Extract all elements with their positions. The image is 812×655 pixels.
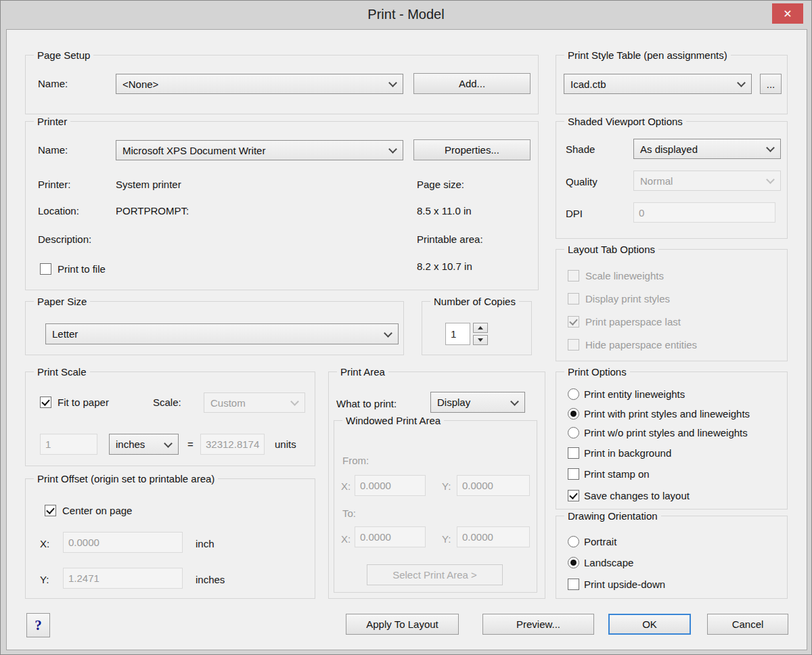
quality-select: Normal (633, 171, 781, 191)
to-label: To: (342, 507, 356, 520)
from-y-input: 0.0000 (457, 475, 530, 496)
paper-size-select[interactable]: Letter (45, 323, 399, 344)
print-style-table-select[interactable]: Icad.ctb (564, 74, 752, 94)
portrait-label: Portrait (584, 535, 616, 549)
group-paper-size-legend: Paper Size (34, 295, 90, 309)
scale-label: Scale: (153, 396, 181, 409)
chevron-down-icon (738, 80, 745, 87)
shade-select[interactable]: As displayed (633, 139, 781, 159)
what-to-print-value: Display (437, 397, 470, 408)
group-print-options-legend: Print Options (564, 365, 630, 379)
shade-value: As displayed (640, 143, 698, 155)
group-page-setup-legend: Page Setup (34, 49, 93, 62)
add-page-setup-button[interactable]: Add... (413, 73, 531, 94)
print-entity-lineweights-label: Print entity lineweights (584, 388, 685, 401)
from-x-input: 0.0000 (355, 475, 426, 496)
page-setup-name-value: <None> (122, 78, 158, 90)
page-size-value: 8.5 x 11.0 in (417, 204, 472, 218)
printable-area-label: Printable area: (417, 233, 483, 246)
titlebar: Print - Model (1, 1, 811, 29)
what-to-print-select[interactable]: Display (430, 392, 525, 413)
print-entity-lineweights-radio[interactable] (568, 388, 579, 400)
group-printer-legend: Printer (34, 115, 70, 129)
equals-sign: = (187, 438, 194, 451)
fit-to-paper-checkbox[interactable] (40, 397, 51, 408)
what-to-print-label: What to print: (336, 397, 397, 411)
select-print-area-button: Select Print Area > (367, 564, 503, 585)
chevron-down-icon (291, 399, 298, 406)
page-setup-name-select[interactable]: <None> (116, 74, 403, 94)
offset-y-label: Y: (40, 573, 49, 587)
print-style-table-value: Icad.ctb (570, 78, 606, 90)
portrait-radio[interactable] (568, 536, 579, 547)
spin-down-icon (478, 338, 483, 342)
preview-button[interactable]: Preview... (482, 614, 594, 635)
printer-row-label: Printer: (38, 178, 70, 191)
print-without-styles-radio[interactable] (568, 427, 579, 438)
group-print-offset-legend: Print Offset (origin set to printable ar… (34, 472, 218, 486)
print-with-styles-radio[interactable] (568, 408, 579, 420)
print-without-styles-label: Print w/o print styles and lineweights (584, 426, 748, 440)
group-layout-tab-options-legend: Layout Tab Options (564, 243, 658, 256)
dpi-label: DPI (566, 207, 583, 221)
offset-x-unit: inch (196, 537, 215, 551)
display-print-styles-checkbox (568, 293, 579, 304)
group-drawing-orientation-legend: Drawing Orientation (564, 510, 661, 523)
printer-name-select[interactable]: Microsoft XPS Document Writer (116, 140, 403, 160)
to-x-label: X: (341, 533, 351, 546)
printer-row-value: System printer (116, 178, 181, 191)
offset-x-label: X: (40, 537, 49, 551)
group-print-style-table-legend: Print Style Table (pen assignments) (564, 49, 731, 62)
print-in-background-checkbox[interactable] (568, 447, 579, 459)
print-style-browse-button[interactable]: ... (760, 74, 782, 94)
units-label: units (275, 438, 296, 451)
fit-to-paper-label: Fit to paper (58, 396, 109, 409)
hide-paperspace-entities-label: Hide paperspace entities (585, 338, 697, 352)
apply-to-layout-button[interactable]: Apply To Layout (346, 614, 459, 635)
help-button[interactable]: ? (26, 613, 50, 637)
page-size-label: Page size: (417, 178, 464, 191)
center-on-page-checkbox[interactable] (45, 505, 56, 516)
print-upside-down-label: Print upside-down (584, 578, 665, 591)
offset-y-input: 1.2471 (63, 568, 183, 589)
dialog-title: Print - Model (1, 1, 811, 28)
printer-name-label: Name: (38, 143, 68, 157)
dpi-input: 0 (633, 202, 775, 223)
copies-input[interactable]: 1 (445, 323, 470, 345)
page-setup-name-label: Name: (38, 77, 68, 91)
location-label: Location: (38, 204, 79, 218)
print-with-styles-label: Print with print styles and lineweights (584, 407, 750, 421)
group-number-of-copies-legend: Number of Copies (430, 295, 519, 309)
paper-size-value: Letter (52, 328, 78, 340)
group-print-area-legend: Print Area (337, 365, 388, 379)
paper-unit-select[interactable]: inches (109, 434, 179, 455)
chevron-down-icon (511, 399, 518, 406)
from-y-label: Y: (442, 480, 451, 493)
print-to-file-checkbox[interactable] (40, 263, 51, 275)
scale-value: Custom (210, 397, 246, 409)
printer-properties-button[interactable]: Properties... (413, 139, 531, 160)
from-label: From: (342, 454, 369, 468)
copies-spin-up-button[interactable] (473, 323, 488, 333)
scale-lineweights-checkbox (568, 270, 579, 281)
paper-units-input: 1 (40, 434, 97, 455)
chevron-down-icon (164, 441, 172, 448)
shade-label: Shade (566, 143, 595, 156)
printer-name-value: Microsoft XPS Document Writer (122, 145, 265, 156)
print-in-background-label: Print in background (584, 447, 671, 460)
print-upside-down-checkbox[interactable] (568, 579, 579, 590)
landscape-label: Landscape (584, 556, 633, 570)
print-paperspace-last-label: Print paperspace last (585, 315, 681, 329)
print-paperspace-last-checkbox (568, 316, 579, 328)
save-changes-to-layout-checkbox[interactable] (568, 490, 579, 501)
group-print-scale-legend: Print Scale (34, 365, 90, 379)
quality-label: Quality (566, 175, 597, 189)
landscape-radio[interactable] (568, 557, 579, 568)
copies-spin-down-button[interactable] (473, 335, 488, 345)
cancel-button[interactable]: Cancel (707, 614, 788, 635)
close-button[interactable]: ✕ (772, 3, 803, 24)
print-stamp-on-checkbox[interactable] (568, 468, 579, 480)
ok-button[interactable]: OK (608, 614, 691, 635)
offset-y-unit: inches (196, 573, 225, 587)
printable-area-value: 8.2 x 10.7 in (417, 260, 472, 273)
